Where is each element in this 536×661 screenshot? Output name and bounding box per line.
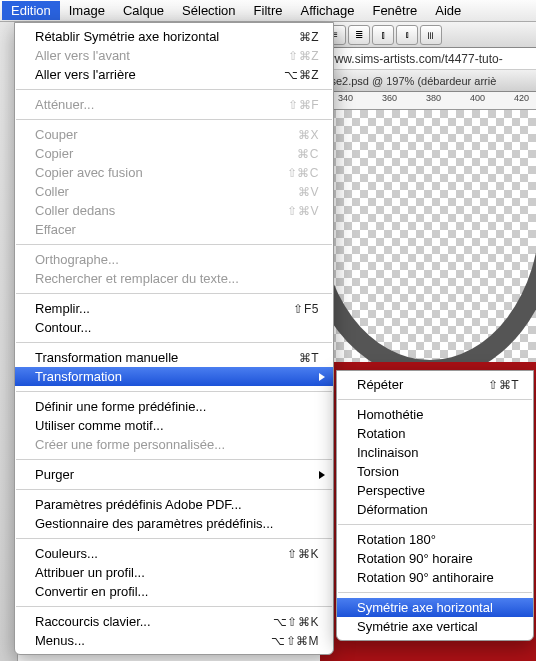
menu-item-label: Aller vers l'arrière <box>35 67 272 82</box>
edition-item-23[interactable]: Utiliser comme motif... <box>15 416 333 435</box>
menubar-item-aide[interactable]: Aide <box>426 1 470 20</box>
menu-item-label: Rotation 180° <box>357 532 519 547</box>
edition-item-8: Copier avec fusion⇧⌘C <box>15 163 333 182</box>
transform-item-6[interactable]: Perspective <box>337 481 533 500</box>
menu-item-shortcut: ⌥⇧⌘K <box>273 615 319 629</box>
transform-item-13[interactable]: Symétrie axe horizontal <box>337 598 533 617</box>
menu-item-label: Définir une forme prédéfinie... <box>35 399 319 414</box>
menu-item-label: Couleurs... <box>35 546 275 561</box>
transform-item-7[interactable]: Déformation <box>337 500 533 519</box>
url-text: www.sims-artists.com/t4477-tuto- <box>326 52 503 66</box>
edition-item-11: Effacer <box>15 220 333 239</box>
edition-item-22[interactable]: Définir une forme prédéfinie... <box>15 397 333 416</box>
ruler-horizontal: 340360380400420 <box>320 92 536 110</box>
edition-item-35[interactable]: Raccourcis clavier...⌥⇧⌘K <box>15 612 333 631</box>
menu-item-label: Coller <box>35 184 286 199</box>
edition-item-19[interactable]: Transformation manuelle⌘T <box>15 348 333 367</box>
menubar: EditionImageCalqueSélectionFiltreAfficha… <box>0 0 536 22</box>
edition-separator <box>16 606 332 607</box>
edition-item-33[interactable]: Convertir en profil... <box>15 582 333 601</box>
edition-menu: Rétablir Symétrie axe horizontal⌘ZAller … <box>14 22 334 655</box>
menu-item-label: Rotation <box>357 426 519 441</box>
menu-item-shortcut: ⇧⌘F <box>288 98 319 112</box>
align-btn-4[interactable]: ⫾ <box>396 25 418 45</box>
menu-item-label: Orthographe... <box>35 252 319 267</box>
align-btn-3[interactable]: ⫿ <box>372 25 394 45</box>
edition-item-36[interactable]: Menus...⌥⇧⌘M <box>15 631 333 650</box>
menu-item-label: Paramètres prédéfinis Adobe PDF... <box>35 497 319 512</box>
menubar-item-calque[interactable]: Calque <box>114 1 173 20</box>
edition-item-1: Aller vers l'avant⇧⌘Z <box>15 46 333 65</box>
menu-item-shortcut: ⇧⌘K <box>287 547 319 561</box>
menu-item-label: Copier <box>35 146 285 161</box>
edition-item-7: Copier⌘C <box>15 144 333 163</box>
edition-item-29[interactable]: Gestionnaire des paramètres prédéfinis..… <box>15 514 333 533</box>
transform-item-5[interactable]: Torsion <box>337 462 533 481</box>
transform-item-14[interactable]: Symétrie axe vertical <box>337 617 533 636</box>
menu-item-shortcut: ⇧⌘T <box>488 378 519 392</box>
transform-item-2[interactable]: Homothétie <box>337 405 533 424</box>
edition-item-28[interactable]: Paramètres prédéfinis Adobe PDF... <box>15 495 333 514</box>
menu-item-label: Remplir... <box>35 301 281 316</box>
edition-separator <box>16 89 332 90</box>
url-bar: www.sims-artists.com/t4477-tuto- <box>320 48 536 70</box>
menu-item-label: Symétrie axe vertical <box>357 619 519 634</box>
edition-item-32[interactable]: Attribuer un profil... <box>15 563 333 582</box>
transform-item-3[interactable]: Rotation <box>337 424 533 443</box>
transform-item-11[interactable]: Rotation 90° antihoraire <box>337 568 533 587</box>
align-btn-5[interactable]: ⫼ <box>420 25 442 45</box>
edition-item-16[interactable]: Remplir...⇧F5 <box>15 299 333 318</box>
transform-item-0[interactable]: Répéter⇧⌘T <box>337 375 533 394</box>
menubar-item-image[interactable]: Image <box>60 1 114 20</box>
menu-item-label: Perspective <box>357 483 519 498</box>
edition-separator <box>16 244 332 245</box>
edition-item-10: Coller dedans⇧⌘V <box>15 201 333 220</box>
menu-item-label: Coller dedans <box>35 203 275 218</box>
align-btn-2[interactable]: ≣ <box>348 25 370 45</box>
edition-item-17[interactable]: Contour... <box>15 318 333 337</box>
menu-item-label: Aller vers l'avant <box>35 48 276 63</box>
menu-item-label: Convertir en profil... <box>35 584 319 599</box>
menubar-item-affichage[interactable]: Affichage <box>291 1 363 20</box>
transform-separator <box>338 399 532 400</box>
transform-item-10[interactable]: Rotation 90° horaire <box>337 549 533 568</box>
edition-separator <box>16 119 332 120</box>
edition-item-26[interactable]: Purger <box>15 465 333 484</box>
transform-item-4[interactable]: Inclinaison <box>337 443 533 462</box>
edition-item-20[interactable]: Transformation <box>15 367 333 386</box>
edition-separator <box>16 293 332 294</box>
edition-item-2[interactable]: Aller vers l'arrière⌥⌘Z <box>15 65 333 84</box>
transform-item-9[interactable]: Rotation 180° <box>337 530 533 549</box>
edition-separator <box>16 391 332 392</box>
menu-item-label: Homothétie <box>357 407 519 422</box>
transformation-submenu: Répéter⇧⌘THomothétieRotationInclinaisonT… <box>336 370 534 641</box>
menu-item-label: Déformation <box>357 502 519 517</box>
edition-item-24: Créer une forme personnalisée... <box>15 435 333 454</box>
menu-item-shortcut: ⇧⌘Z <box>288 49 319 63</box>
menu-item-label: Contour... <box>35 320 319 335</box>
menu-item-label: Transformation <box>35 369 319 384</box>
transform-separator <box>338 524 532 525</box>
edition-item-0[interactable]: Rétablir Symétrie axe horizontal⌘Z <box>15 27 333 46</box>
ruler-tick: 360 <box>382 93 397 103</box>
document-title-bar: ise2.psd @ 197% (débardeur arriè <box>320 70 536 92</box>
document-title-text: ise2.psd @ 197% (débardeur arriè <box>328 75 496 87</box>
edition-separator <box>16 538 332 539</box>
menu-item-label: Symétrie axe horizontal <box>357 600 519 615</box>
menu-item-shortcut: ⌘V <box>298 185 319 199</box>
submenu-arrow-icon <box>319 373 325 381</box>
options-toolbar: ≡ ≣ ⫿ ⫾ ⫼ <box>320 22 536 48</box>
menubar-item-filtre[interactable]: Filtre <box>245 1 292 20</box>
menubar-item-edition[interactable]: Edition <box>2 1 60 20</box>
menubar-item-fenêtre[interactable]: Fenêtre <box>363 1 426 20</box>
menu-item-label: Purger <box>35 467 319 482</box>
transform-separator <box>338 592 532 593</box>
menubar-item-sélection[interactable]: Sélection <box>173 1 244 20</box>
edition-separator <box>16 459 332 460</box>
menu-item-shortcut: ⌥⇧⌘M <box>271 634 319 648</box>
menu-item-shortcut: ⌥⌘Z <box>284 68 319 82</box>
edition-item-14: Rechercher et remplacer du texte... <box>15 269 333 288</box>
edition-item-31[interactable]: Couleurs...⇧⌘K <box>15 544 333 563</box>
menu-item-label: Raccourcis clavier... <box>35 614 261 629</box>
menu-item-label: Couper <box>35 127 286 142</box>
